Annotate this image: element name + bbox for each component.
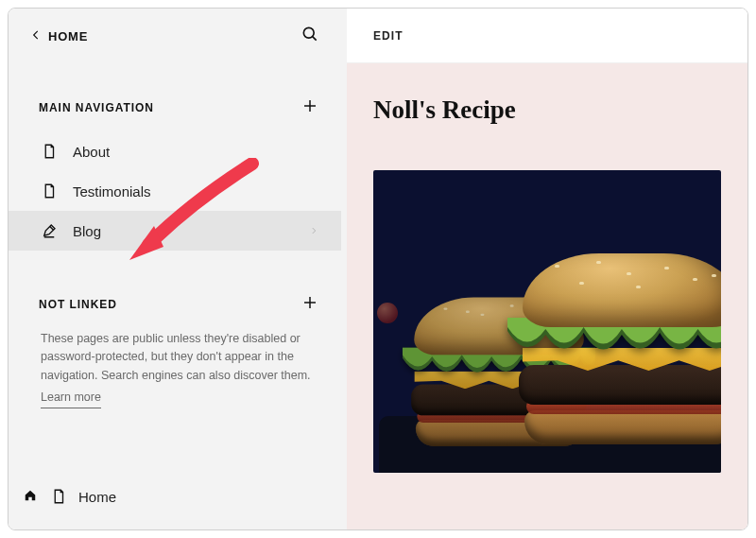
chevron-right-icon: [307, 224, 320, 237]
page-icon: [41, 182, 58, 200]
nav-item-blog[interactable]: Blog: [9, 211, 341, 251]
nav-item-label: Blog: [73, 223, 101, 239]
not-linked-item-home[interactable]: Home: [9, 473, 341, 529]
svg-point-0: [303, 27, 314, 38]
page-title: Noll's Recipe: [373, 95, 721, 125]
sidebar: HOME MAIN NAVIGATION: [9, 9, 341, 529]
plus-icon: [301, 97, 318, 118]
breadcrumb[interactable]: HOME: [29, 28, 88, 44]
add-page-button[interactable]: [300, 97, 320, 118]
not-linked-desc-text: These pages are public unless they're di…: [41, 332, 311, 382]
search-icon: [301, 25, 319, 47]
nav-item-testimonials[interactable]: Testimonials: [9, 171, 341, 211]
nav-item-label: Testimonials: [73, 183, 151, 200]
plus-icon: [301, 294, 318, 315]
nav-item-label: About: [73, 144, 110, 160]
section-main-navigation: MAIN NAVIGATION: [9, 97, 341, 122]
chevron-left-icon: [29, 28, 43, 44]
nav-list: About Testimonials Blog: [9, 131, 341, 251]
home-item-label: Home: [78, 489, 116, 505]
hero-image: [373, 170, 721, 473]
home-icon: [24, 489, 39, 504]
sidebar-header: HOME: [9, 9, 341, 61]
page-icon: [41, 143, 58, 160]
svg-line-1: [313, 37, 317, 41]
add-not-linked-button[interactable]: [300, 294, 320, 315]
nav-item-about[interactable]: About: [9, 131, 341, 171]
not-linked-description: These pages are public unless they're di…: [9, 319, 341, 408]
preview-toolbar: EDIT: [347, 9, 747, 63]
preview-pane: EDIT Noll's Recipe: [341, 9, 747, 529]
page-canvas[interactable]: Noll's Recipe: [347, 63, 747, 529]
learn-more-link[interactable]: Learn more: [41, 389, 101, 408]
breadcrumb-label: HOME: [48, 29, 88, 43]
edit-button[interactable]: EDIT: [373, 29, 404, 43]
section-not-linked: NOT LINKED: [9, 294, 341, 319]
blog-icon: [41, 222, 58, 239]
section-label-main-nav: MAIN NAVIGATION: [39, 101, 154, 114]
search-button[interactable]: [300, 26, 320, 46]
page-icon: [50, 488, 67, 505]
section-label-not-linked: NOT LINKED: [39, 298, 117, 311]
